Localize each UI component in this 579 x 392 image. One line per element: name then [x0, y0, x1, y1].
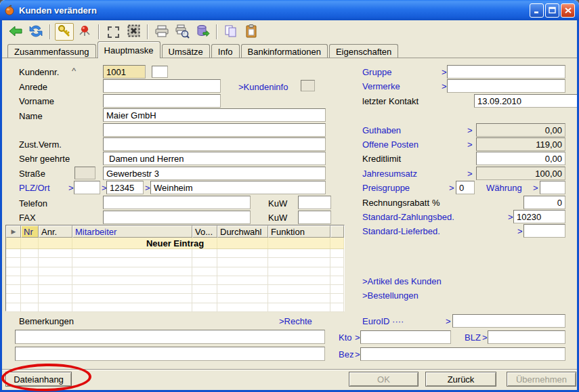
zurueck-button[interactable]: Zurück [425, 372, 496, 387]
back-icon [8, 24, 23, 41]
col-header-funktion[interactable]: Funktion [268, 225, 330, 238]
plz-input[interactable] [106, 181, 144, 194]
rechnungsrabatt-input[interactable] [523, 196, 565, 209]
minimize-button[interactable] [530, 3, 544, 18]
col-header-vorname[interactable]: Vo... [192, 225, 217, 238]
std-lieferbed-input[interactable] [523, 224, 565, 238]
offene-posten-marker: > [467, 139, 473, 150]
tab-zusammenfassung[interactable]: Zusammenfassung [7, 44, 96, 58]
ok-button[interactable]: OK [349, 372, 419, 387]
selection-empty-icon [108, 26, 119, 38]
fax-kuw-input[interactable] [298, 211, 331, 224]
titlebar: Kunden verändern [0, 0, 579, 20]
copy-button[interactable] [221, 23, 240, 41]
vermerke-input[interactable] [447, 79, 565, 93]
waehrung-input[interactable] [540, 181, 565, 194]
toolbar-separator [49, 24, 51, 39]
tab-umsaetze[interactable]: Umsätze [162, 44, 210, 58]
strasse-box[interactable] [74, 167, 95, 179]
key-button[interactable] [55, 23, 74, 41]
letzter-kontakt-label: letzter Kontakt [362, 96, 419, 106]
col-header-nr[interactable]: Nr [21, 225, 39, 238]
vorname-input[interactable] [103, 94, 221, 108]
new-entry-label: Neuer Eintrag [6, 238, 344, 248]
strasse-input[interactable] [103, 167, 326, 180]
anrede-input[interactable] [103, 79, 221, 93]
print-button[interactable] [152, 23, 171, 41]
telefon-kuw-label: KuW [268, 198, 287, 209]
window-title: Kunden verändern [19, 5, 97, 16]
std-lieferbed-label: Standard-Lieferbed. [362, 226, 440, 236]
kto-input[interactable] [360, 330, 451, 344]
row-selector-header[interactable]: ▶ [6, 225, 21, 238]
col-header-durchwahl[interactable]: Durchwahl [217, 225, 268, 238]
bemerkungen-input-1[interactable] [15, 330, 325, 344]
land-input[interactable] [74, 181, 100, 194]
back-button[interactable] [6, 23, 25, 41]
vermerke-label: Vermerke [362, 81, 400, 91]
table-row[interactable] [6, 267, 344, 276]
table-row[interactable] [6, 258, 344, 267]
print-preview-button[interactable] [173, 23, 192, 41]
col-header-anr[interactable]: Anr. [39, 225, 72, 238]
artikel-des-kunden-link[interactable]: >Artikel des Kunden [362, 276, 442, 286]
letzter-kontakt-dropdown[interactable]: ▼ [474, 94, 565, 108]
preisgruppe-input[interactable] [456, 181, 475, 194]
telefon-label: Telefon [19, 198, 47, 209]
tab-bankinformationen[interactable]: Bankinformationen [241, 44, 328, 58]
zustverm-input[interactable] [103, 137, 326, 151]
uebernehmen-button[interactable]: Übernehmen [507, 372, 576, 387]
col-header-mitarbeiter[interactable]: Mitarbeiter [72, 225, 192, 238]
waehrung-marker: > [533, 183, 538, 193]
kundeninfo-link[interactable]: >Kundeninfo [238, 82, 288, 92]
tab-hauptmaske[interactable]: Hauptmaske [98, 41, 160, 58]
plzort-land-marker: > [68, 183, 74, 193]
kundennr-extra-box[interactable] [152, 66, 168, 78]
kreditlimit-label: Kreditlimit [362, 154, 401, 164]
close-button[interactable] [561, 3, 575, 18]
name2-input[interactable] [103, 123, 326, 137]
table-row[interactable] [6, 294, 344, 303]
maximize-button[interactable] [545, 3, 559, 18]
table-row[interactable] [6, 285, 344, 294]
name-input[interactable] [103, 108, 326, 122]
tab-info[interactable]: Info [211, 44, 240, 58]
blz-marker: > [482, 332, 488, 343]
gruppe-input[interactable] [447, 65, 565, 79]
table-row[interactable] [6, 303, 344, 312]
annotation-ellipse [1, 363, 92, 392]
tab-bar: Zusammenfassung Hauptmaske Umsätze Info … [2, 42, 577, 58]
blz-input[interactable] [488, 330, 565, 344]
rechte-link[interactable]: >Rechte [279, 316, 312, 326]
kundeninfo-box[interactable] [301, 80, 315, 91]
database-export-button[interactable] [193, 23, 212, 41]
bez-input[interactable] [360, 347, 565, 361]
pin-button[interactable] [75, 23, 94, 41]
print-preview-icon [175, 24, 190, 41]
std-zahlungsbed-input[interactable] [513, 210, 565, 223]
selection-clear-button[interactable] [124, 23, 143, 41]
bestellungen-link[interactable]: >Bestellungen [362, 290, 419, 301]
kundennr-input[interactable] [103, 65, 146, 79]
table-row[interactable] [6, 249, 344, 258]
telefon-kuw-input[interactable] [298, 196, 331, 209]
selection-empty-button[interactable] [104, 23, 123, 41]
tab-eigenschaften[interactable]: Eigenschaften [329, 44, 398, 58]
name-label: Name [19, 111, 43, 121]
kreditlimit-input[interactable] [476, 152, 565, 165]
kto-label: Kto [339, 332, 352, 343]
table-row[interactable] [6, 276, 344, 285]
letzter-kontakt-input[interactable] [474, 94, 579, 108]
euroid-input[interactable] [452, 314, 565, 328]
sehrgeehrte-input[interactable] [103, 152, 326, 165]
key-icon [57, 24, 72, 41]
new-entry-row[interactable]: Neuer Eintrag [6, 238, 344, 249]
paste-button[interactable] [242, 23, 261, 41]
sehrgeehrte-label: Sehr geehrte [19, 154, 70, 164]
bemerkungen-input-2[interactable] [15, 347, 325, 361]
telefon-input[interactable] [103, 196, 251, 209]
ort-marker: > [145, 183, 150, 193]
ort-input[interactable] [150, 181, 326, 194]
refresh-button[interactable] [26, 23, 45, 41]
fax-input[interactable] [103, 211, 251, 224]
